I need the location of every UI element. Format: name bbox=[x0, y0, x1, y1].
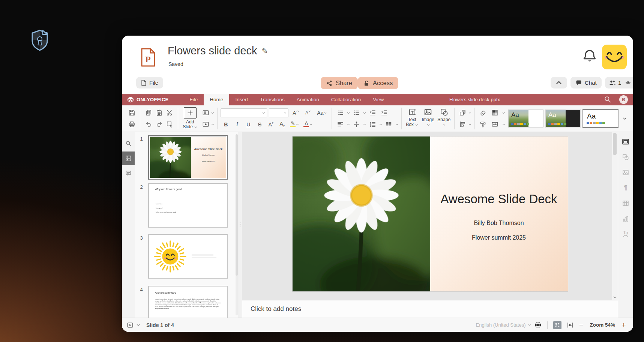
zoom-out-button[interactable]: − bbox=[578, 321, 584, 329]
increase-indent-button[interactable] bbox=[379, 108, 389, 117]
layout-dropdown-caret[interactable] bbox=[211, 112, 214, 114]
redo-button[interactable] bbox=[154, 120, 164, 129]
tab-view[interactable]: View bbox=[367, 94, 390, 105]
paste-button[interactable] bbox=[154, 108, 164, 117]
arrange-caret[interactable] bbox=[468, 112, 471, 114]
clear-style-button[interactable] bbox=[478, 108, 488, 117]
chart-settings-button[interactable] bbox=[620, 214, 631, 223]
start-slideshow-status-button[interactable] bbox=[126, 322, 134, 328]
thumbnails-scrollbar[interactable] bbox=[236, 134, 238, 315]
decrease-indent-button[interactable] bbox=[367, 108, 378, 117]
horizontal-align-button[interactable] bbox=[335, 120, 345, 129]
align-shapes-caret[interactable] bbox=[468, 123, 471, 126]
find-panel-button[interactable] bbox=[122, 136, 135, 150]
zoom-in-button[interactable]: + bbox=[620, 321, 627, 329]
rename-pencil-icon[interactable]: ✎ bbox=[262, 46, 268, 56]
access-button[interactable]: Access bbox=[358, 77, 398, 89]
bullets-caret[interactable] bbox=[347, 112, 350, 114]
slide-thumbnail-3[interactable] bbox=[148, 234, 228, 279]
menubar-user-avatar[interactable]: B bbox=[619, 95, 628, 104]
save-button[interactable] bbox=[126, 108, 137, 117]
numbering-caret[interactable] bbox=[363, 112, 366, 114]
decrease-font-button[interactable]: A bbox=[303, 108, 313, 117]
copy-style-button[interactable] bbox=[478, 120, 488, 129]
increase-font-button[interactable]: A bbox=[290, 108, 301, 117]
slide-settings-button[interactable] bbox=[620, 137, 631, 146]
notifications-bell-icon[interactable] bbox=[583, 49, 596, 63]
chat-button[interactable]: Chat bbox=[570, 77, 602, 88]
bold-button[interactable]: B bbox=[221, 120, 231, 129]
fit-to-width-button[interactable] bbox=[566, 321, 574, 329]
file-button[interactable]: File bbox=[136, 77, 163, 88]
image-settings-button[interactable] bbox=[620, 168, 631, 177]
tab-insert[interactable]: Insert bbox=[229, 94, 254, 105]
text-art-settings-button[interactable]: Ta bbox=[620, 230, 631, 238]
font-name-select[interactable] bbox=[221, 108, 267, 117]
strikethrough-button[interactable]: S bbox=[254, 120, 265, 129]
daisy-photo[interactable] bbox=[293, 136, 430, 291]
slides-panel-button[interactable] bbox=[122, 152, 135, 165]
tab-file[interactable]: File bbox=[184, 94, 204, 105]
slide-size-caret[interactable] bbox=[502, 123, 505, 126]
valign-caret[interactable] bbox=[363, 123, 366, 126]
select-all-button[interactable] bbox=[164, 120, 175, 129]
scrollbar-thumb[interactable] bbox=[613, 133, 617, 155]
print-button[interactable] bbox=[126, 120, 137, 129]
table-settings-button[interactable] bbox=[620, 199, 631, 208]
slide-event[interactable]: Flower summit 2025 bbox=[472, 234, 526, 241]
language-selector[interactable]: English (United States) bbox=[476, 322, 526, 328]
spacing-caret[interactable] bbox=[379, 123, 382, 126]
share-button[interactable]: Share bbox=[321, 77, 358, 89]
italic-button[interactable]: I bbox=[232, 120, 242, 129]
search-icon[interactable] bbox=[604, 96, 611, 103]
scroll-down-button[interactable] bbox=[612, 295, 617, 299]
paragraph-settings-button[interactable]: ¶ bbox=[620, 183, 631, 192]
theme-option-blank-selected[interactable]: Aa bbox=[582, 109, 618, 128]
align-shapes-button[interactable] bbox=[458, 120, 468, 129]
panel-resizer-handle[interactable] bbox=[238, 132, 242, 318]
slide-thumbnail-2[interactable]: Why are flowers good • smell nice • look… bbox=[148, 183, 228, 228]
color-scheme-caret[interactable] bbox=[502, 112, 505, 114]
arrange-shapes-button[interactable] bbox=[458, 108, 468, 117]
fit-to-slide-button[interactable] bbox=[553, 321, 561, 329]
tab-collaboration[interactable]: Collaboration bbox=[325, 94, 367, 105]
tab-animation[interactable]: Animation bbox=[291, 94, 325, 105]
slide-author[interactable]: Billy Bob Thomson bbox=[474, 220, 524, 226]
numbering-button[interactable] bbox=[351, 108, 362, 117]
theme-option-photo-dark[interactable]: Aa bbox=[545, 110, 581, 128]
font-color-button[interactable]: A bbox=[302, 120, 314, 129]
theme-option-photo-light[interactable]: Aa bbox=[508, 110, 543, 128]
copy-button[interactable] bbox=[143, 108, 154, 117]
change-case-button[interactable]: Aa bbox=[315, 108, 329, 117]
insert-shape-button[interactable]: Shape bbox=[436, 105, 452, 132]
slide-layout-button[interactable] bbox=[200, 108, 211, 117]
collapse-header-button[interactable] bbox=[551, 77, 567, 88]
slideshow-mode-caret[interactable] bbox=[137, 324, 140, 326]
tab-transitions[interactable]: Transitions bbox=[254, 94, 291, 105]
slide-size-button[interactable] bbox=[490, 120, 500, 129]
columns-caret[interactable] bbox=[395, 123, 398, 126]
columns-button[interactable] bbox=[383, 120, 394, 129]
tab-home[interactable]: Home bbox=[204, 94, 229, 105]
insert-textbox-button[interactable]: Text Box bbox=[404, 105, 420, 132]
shape-settings-button[interactable] bbox=[620, 153, 631, 162]
highlight-color-button[interactable]: ✎ bbox=[288, 120, 301, 129]
color-scheme-button[interactable] bbox=[490, 108, 500, 117]
slide-thumbnail-4[interactable]: A short summary Lorem ipsum dolor sit am… bbox=[148, 286, 228, 318]
slide-thumbnail-1[interactable]: Awesome Slide Deck Billy Bob Thomson Flo… bbox=[148, 135, 228, 180]
start-slideshow-button[interactable] bbox=[200, 120, 211, 129]
slideshow-dropdown-caret[interactable] bbox=[211, 123, 214, 126]
slide-canvas[interactable]: Awesome Slide Deck Billy Bob Thomson Flo… bbox=[242, 132, 618, 300]
vertical-align-button[interactable] bbox=[351, 120, 362, 129]
connected-users-button[interactable]: 1 0 bbox=[605, 77, 633, 88]
add-slide-button[interactable]: Add Slide bbox=[180, 105, 200, 132]
font-size-select[interactable] bbox=[269, 108, 288, 117]
notes-area[interactable]: Click to add notes bbox=[242, 300, 618, 318]
align-caret[interactable] bbox=[347, 123, 350, 126]
bullets-button[interactable] bbox=[335, 108, 345, 117]
language-caret[interactable] bbox=[528, 324, 531, 326]
undo-button[interactable] bbox=[143, 120, 154, 129]
underline-button[interactable]: U bbox=[243, 120, 254, 129]
more-themes-button[interactable] bbox=[620, 110, 629, 127]
insert-image-button[interactable]: Image bbox=[420, 105, 436, 132]
